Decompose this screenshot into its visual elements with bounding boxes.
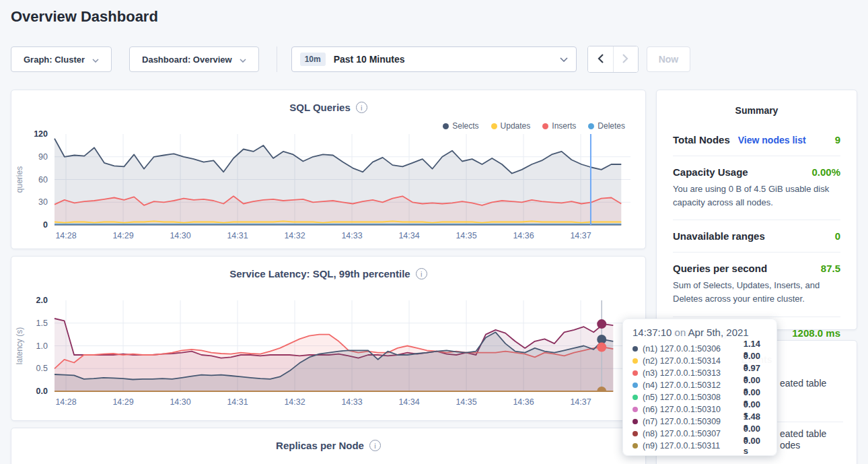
svg-text:14:37: 14:37 bbox=[570, 397, 591, 407]
tooltip-node-value: 0.00 s bbox=[744, 436, 767, 456]
svg-text:14:35: 14:35 bbox=[456, 397, 476, 407]
capacity-description: You are using 0 B of 4.5 GiB usable disk… bbox=[673, 183, 840, 209]
svg-text:14:34: 14:34 bbox=[398, 397, 419, 407]
sql-queries-card: SQL Queries i SelectsUpdatesInsertsDelet… bbox=[11, 90, 646, 249]
tooltip-node-label: (n2) 127.0.0.1:50314 bbox=[643, 356, 739, 366]
node-color-dot-icon bbox=[632, 431, 638, 436]
time-range-label: Past 10 Minutes bbox=[334, 54, 405, 65]
info-icon[interactable]: i bbox=[416, 268, 427, 279]
node-color-dot-icon bbox=[632, 395, 638, 400]
svg-text:2.0: 2.0 bbox=[36, 296, 48, 305]
time-range-picker[interactable]: 10m Past 10 Minutes bbox=[291, 46, 577, 72]
svg-text:14:36: 14:36 bbox=[513, 397, 534, 407]
time-forward-button[interactable] bbox=[613, 46, 638, 72]
total-nodes-label: Total Nodes bbox=[673, 134, 730, 145]
tooltip-rows: (n1) 127.0.0.1:503061.14 s(n2) 127.0.0.1… bbox=[632, 343, 767, 452]
chevron-right-icon bbox=[622, 54, 628, 65]
svg-text:14:36: 14:36 bbox=[513, 231, 534, 240]
qps-value: 87.5 bbox=[821, 263, 840, 274]
chart-title: SQL Queries bbox=[289, 102, 351, 113]
unavailable-ranges-label: Unavailable ranges bbox=[673, 230, 765, 242]
tooltip-node-label: (n1) 127.0.0.1:50306 bbox=[643, 344, 739, 354]
node-color-dot-icon bbox=[632, 370, 638, 376]
svg-text:14:31: 14:31 bbox=[227, 397, 248, 407]
chevron-down-icon bbox=[240, 55, 246, 65]
summary-row-unavailable: Unavailable ranges 0 bbox=[673, 220, 840, 253]
time-range-badge: 10m bbox=[300, 53, 326, 66]
chart-title: Replicas per Node bbox=[276, 440, 364, 451]
unavailable-ranges-value: 0 bbox=[835, 230, 840, 242]
tooltip-date: Apr 5th, 2021 bbox=[688, 327, 749, 338]
tooltip-node-label: (n3) 127.0.0.1:50313 bbox=[643, 368, 739, 378]
svg-text:60: 60 bbox=[38, 175, 48, 185]
chart-title-row: Service Latency: SQL, 99th percentile i bbox=[11, 268, 645, 279]
tooltip-time: 14:37:10 bbox=[632, 327, 672, 338]
event-item-fragment[interactable]: odes bbox=[780, 440, 800, 451]
svg-text:14:37: 14:37 bbox=[570, 231, 591, 240]
overview-dashboard-page: Overview Dashboard Graph: Cluster Dashbo… bbox=[0, 0, 868, 464]
svg-text:14:32: 14:32 bbox=[284, 397, 305, 407]
tooltip-on-word: on bbox=[675, 327, 686, 338]
dashboard-dropdown[interactable]: Dashboard: Overview bbox=[129, 46, 259, 72]
now-button[interactable]: Now bbox=[647, 46, 691, 72]
capacity-label: Capacity Usage bbox=[673, 166, 748, 178]
divider bbox=[277, 46, 277, 72]
node-color-dot-icon bbox=[632, 358, 638, 364]
tooltip-node-label: (n9) 127.0.0.1:50311 bbox=[643, 441, 739, 451]
event-item-fragment[interactable]: eated table bbox=[780, 378, 826, 389]
svg-text:120: 120 bbox=[34, 129, 48, 139]
sql-queries-chart[interactable]: 14:2814:2914:3014:3114:3214:3314:3414:35… bbox=[11, 127, 636, 247]
info-icon[interactable]: i bbox=[356, 102, 367, 113]
graph-dropdown[interactable]: Graph: Cluster bbox=[11, 46, 112, 72]
tooltip-node-label: (n6) 127.0.0.1:50310 bbox=[643, 405, 739, 414]
node-color-dot-icon bbox=[632, 383, 638, 388]
svg-text:14:28: 14:28 bbox=[55, 231, 76, 240]
event-item-fragment[interactable]: eated table bbox=[780, 428, 826, 439]
capacity-value: 0.00% bbox=[811, 166, 840, 178]
view-nodes-list-link[interactable]: View nodes list bbox=[738, 135, 806, 145]
page-title: Overview Dashboard bbox=[11, 8, 158, 26]
summary-row-qps: Queries per second 87.5 Sum of Selects, … bbox=[673, 253, 840, 317]
p99-latency-value: 1208.0 ms bbox=[792, 327, 840, 339]
charts-column: SQL Queries i SelectsUpdatesInsertsDelet… bbox=[11, 90, 646, 464]
dashboard-dropdown-label: Dashboard: Overview bbox=[142, 55, 232, 65]
controls-bar: Graph: Cluster Dashboard: Overview 10m P… bbox=[11, 46, 690, 73]
tooltip-node-label: (n7) 127.0.0.1:50309 bbox=[643, 417, 739, 426]
service-latency-chart[interactable]: 14:2814:2914:3014:3114:3214:3314:3414:35… bbox=[11, 294, 636, 413]
chart-title: Service Latency: SQL, 99th percentile bbox=[229, 268, 410, 279]
svg-text:14:30: 14:30 bbox=[170, 231, 190, 240]
chevron-left-icon bbox=[598, 54, 604, 65]
svg-text:90: 90 bbox=[38, 152, 48, 162]
tooltip-node-label: (n8) 127.0.0.1:50307 bbox=[643, 429, 739, 438]
svg-text:1.5: 1.5 bbox=[36, 319, 48, 328]
svg-text:0: 0 bbox=[43, 220, 48, 230]
info-icon[interactable]: i bbox=[369, 440, 381, 451]
summary-row-capacity: Capacity Usage 0.00% You are using 0 B o… bbox=[673, 156, 840, 220]
svg-text:0.0: 0.0 bbox=[36, 387, 48, 396]
summary-panel: Summary Total Nodes View nodes list 9 Ca… bbox=[656, 90, 857, 330]
svg-text:14:33: 14:33 bbox=[341, 397, 362, 407]
time-back-button[interactable] bbox=[588, 46, 613, 72]
svg-text:14:29: 14:29 bbox=[112, 397, 133, 407]
time-step-buttons bbox=[587, 46, 639, 73]
tooltip-row: (n9) 127.0.0.1:503110.00 s bbox=[632, 440, 767, 452]
tooltip-node-label: (n4) 127.0.0.1:50312 bbox=[643, 380, 739, 390]
svg-text:14:32: 14:32 bbox=[284, 231, 305, 240]
svg-text:latency (s): latency (s) bbox=[15, 327, 24, 364]
qps-description: Sum of Selects, Updates, Inserts, and De… bbox=[673, 279, 840, 306]
node-color-dot-icon bbox=[632, 443, 638, 449]
total-nodes-value: 9 bbox=[835, 134, 840, 145]
chevron-down-icon bbox=[92, 55, 99, 65]
qps-label: Queries per second bbox=[673, 263, 767, 274]
node-color-dot-icon bbox=[632, 419, 638, 424]
summary-title: Summary bbox=[673, 105, 840, 116]
svg-text:14:35: 14:35 bbox=[456, 231, 476, 240]
chart-title-row: SQL Queries i bbox=[11, 102, 645, 113]
svg-text:1.0: 1.0 bbox=[36, 341, 48, 351]
service-latency-card: Service Latency: SQL, 99th percentile i … bbox=[11, 256, 646, 421]
tooltip-header: 14:37:10 on Apr 5th, 2021 bbox=[632, 327, 767, 338]
svg-text:14:29: 14:29 bbox=[112, 231, 133, 240]
chart-tooltip: 14:37:10 on Apr 5th, 2021 (n1) 127.0.0.1… bbox=[622, 319, 777, 456]
svg-text:14:30: 14:30 bbox=[170, 397, 190, 407]
svg-text:14:33: 14:33 bbox=[341, 231, 362, 240]
